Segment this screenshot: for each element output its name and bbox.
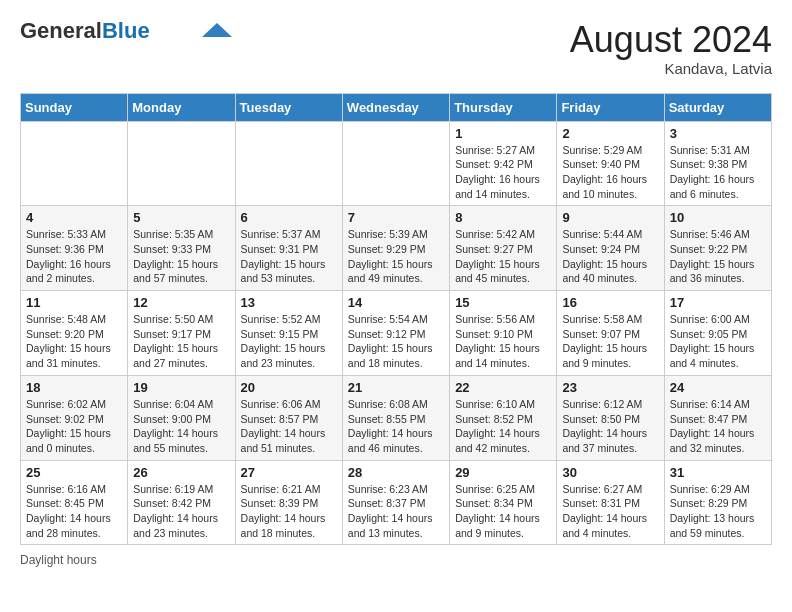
day-number: 11 (26, 295, 122, 310)
calendar-day-cell: 21Sunrise: 6:08 AM Sunset: 8:55 PM Dayli… (342, 375, 449, 460)
day-number: 14 (348, 295, 444, 310)
day-number: 25 (26, 465, 122, 480)
calendar-day-cell: 27Sunrise: 6:21 AM Sunset: 8:39 PM Dayli… (235, 460, 342, 545)
day-number: 19 (133, 380, 229, 395)
day-number: 5 (133, 210, 229, 225)
calendar-day-cell: 18Sunrise: 6:02 AM Sunset: 9:02 PM Dayli… (21, 375, 128, 460)
day-info: Sunrise: 5:50 AM Sunset: 9:17 PM Dayligh… (133, 312, 229, 371)
day-number: 8 (455, 210, 551, 225)
weekday-header-cell: Tuesday (235, 93, 342, 121)
day-info: Sunrise: 6:06 AM Sunset: 8:57 PM Dayligh… (241, 397, 337, 456)
calendar-day-cell: 9Sunrise: 5:44 AM Sunset: 9:24 PM Daylig… (557, 206, 664, 291)
calendar-week-row: 1Sunrise: 5:27 AM Sunset: 9:42 PM Daylig… (21, 121, 772, 206)
day-number: 10 (670, 210, 766, 225)
page-header: GeneralBlue August 2024 Kandava, Latvia (20, 20, 772, 77)
calendar-day-cell: 23Sunrise: 6:12 AM Sunset: 8:50 PM Dayli… (557, 375, 664, 460)
calendar-day-cell: 4Sunrise: 5:33 AM Sunset: 9:36 PM Daylig… (21, 206, 128, 291)
day-number: 7 (348, 210, 444, 225)
day-info: Sunrise: 6:27 AM Sunset: 8:31 PM Dayligh… (562, 482, 658, 541)
day-info: Sunrise: 6:00 AM Sunset: 9:05 PM Dayligh… (670, 312, 766, 371)
day-info: Sunrise: 6:21 AM Sunset: 8:39 PM Dayligh… (241, 482, 337, 541)
day-info: Sunrise: 5:33 AM Sunset: 9:36 PM Dayligh… (26, 227, 122, 286)
calendar-day-cell: 6Sunrise: 5:37 AM Sunset: 9:31 PM Daylig… (235, 206, 342, 291)
svg-marker-0 (202, 23, 232, 37)
calendar-week-row: 25Sunrise: 6:16 AM Sunset: 8:45 PM Dayli… (21, 460, 772, 545)
weekday-header-cell: Wednesday (342, 93, 449, 121)
calendar-day-cell: 17Sunrise: 6:00 AM Sunset: 9:05 PM Dayli… (664, 291, 771, 376)
calendar-day-cell (235, 121, 342, 206)
calendar-day-cell: 2Sunrise: 5:29 AM Sunset: 9:40 PM Daylig… (557, 121, 664, 206)
title-block: August 2024 Kandava, Latvia (570, 20, 772, 77)
calendar-day-cell: 16Sunrise: 5:58 AM Sunset: 9:07 PM Dayli… (557, 291, 664, 376)
day-info: Sunrise: 5:52 AM Sunset: 9:15 PM Dayligh… (241, 312, 337, 371)
day-info: Sunrise: 5:39 AM Sunset: 9:29 PM Dayligh… (348, 227, 444, 286)
calendar-day-cell: 24Sunrise: 6:14 AM Sunset: 8:47 PM Dayli… (664, 375, 771, 460)
day-number: 26 (133, 465, 229, 480)
logo-icon (202, 23, 232, 37)
day-info: Sunrise: 5:44 AM Sunset: 9:24 PM Dayligh… (562, 227, 658, 286)
day-number: 6 (241, 210, 337, 225)
day-number: 29 (455, 465, 551, 480)
day-number: 17 (670, 295, 766, 310)
day-number: 4 (26, 210, 122, 225)
day-number: 15 (455, 295, 551, 310)
day-info: Sunrise: 6:02 AM Sunset: 9:02 PM Dayligh… (26, 397, 122, 456)
calendar-day-cell (128, 121, 235, 206)
calendar-day-cell: 26Sunrise: 6:19 AM Sunset: 8:42 PM Dayli… (128, 460, 235, 545)
day-info: Sunrise: 5:35 AM Sunset: 9:33 PM Dayligh… (133, 227, 229, 286)
day-info: Sunrise: 6:19 AM Sunset: 8:42 PM Dayligh… (133, 482, 229, 541)
day-info: Sunrise: 6:08 AM Sunset: 8:55 PM Dayligh… (348, 397, 444, 456)
day-info: Sunrise: 6:25 AM Sunset: 8:34 PM Dayligh… (455, 482, 551, 541)
calendar-day-cell: 22Sunrise: 6:10 AM Sunset: 8:52 PM Dayli… (450, 375, 557, 460)
month-year-title: August 2024 (570, 20, 772, 60)
location-subtitle: Kandava, Latvia (570, 60, 772, 77)
day-info: Sunrise: 6:10 AM Sunset: 8:52 PM Dayligh… (455, 397, 551, 456)
day-number: 28 (348, 465, 444, 480)
calendar-day-cell: 12Sunrise: 5:50 AM Sunset: 9:17 PM Dayli… (128, 291, 235, 376)
calendar-day-cell: 15Sunrise: 5:56 AM Sunset: 9:10 PM Dayli… (450, 291, 557, 376)
day-number: 31 (670, 465, 766, 480)
daylight-label: Daylight hours (20, 553, 97, 567)
calendar-day-cell (21, 121, 128, 206)
calendar-day-cell: 11Sunrise: 5:48 AM Sunset: 9:20 PM Dayli… (21, 291, 128, 376)
day-number: 24 (670, 380, 766, 395)
day-number: 21 (348, 380, 444, 395)
calendar-week-row: 18Sunrise: 6:02 AM Sunset: 9:02 PM Dayli… (21, 375, 772, 460)
calendar-day-cell: 30Sunrise: 6:27 AM Sunset: 8:31 PM Dayli… (557, 460, 664, 545)
day-number: 16 (562, 295, 658, 310)
day-number: 23 (562, 380, 658, 395)
weekday-header-cell: Monday (128, 93, 235, 121)
day-number: 30 (562, 465, 658, 480)
logo: GeneralBlue (20, 20, 232, 42)
calendar-day-cell: 14Sunrise: 5:54 AM Sunset: 9:12 PM Dayli… (342, 291, 449, 376)
day-number: 13 (241, 295, 337, 310)
calendar-day-cell: 3Sunrise: 5:31 AM Sunset: 9:38 PM Daylig… (664, 121, 771, 206)
day-number: 27 (241, 465, 337, 480)
calendar-week-row: 4Sunrise: 5:33 AM Sunset: 9:36 PM Daylig… (21, 206, 772, 291)
weekday-header-cell: Thursday (450, 93, 557, 121)
day-info: Sunrise: 6:29 AM Sunset: 8:29 PM Dayligh… (670, 482, 766, 541)
day-number: 18 (26, 380, 122, 395)
calendar-day-cell: 13Sunrise: 5:52 AM Sunset: 9:15 PM Dayli… (235, 291, 342, 376)
calendar-day-cell: 8Sunrise: 5:42 AM Sunset: 9:27 PM Daylig… (450, 206, 557, 291)
calendar-header-row: SundayMondayTuesdayWednesdayThursdayFrid… (21, 93, 772, 121)
day-number: 12 (133, 295, 229, 310)
day-info: Sunrise: 6:23 AM Sunset: 8:37 PM Dayligh… (348, 482, 444, 541)
day-number: 20 (241, 380, 337, 395)
calendar-day-cell: 29Sunrise: 6:25 AM Sunset: 8:34 PM Dayli… (450, 460, 557, 545)
day-info: Sunrise: 5:48 AM Sunset: 9:20 PM Dayligh… (26, 312, 122, 371)
day-info: Sunrise: 5:46 AM Sunset: 9:22 PM Dayligh… (670, 227, 766, 286)
day-number: 2 (562, 126, 658, 141)
day-info: Sunrise: 5:37 AM Sunset: 9:31 PM Dayligh… (241, 227, 337, 286)
calendar-day-cell: 25Sunrise: 6:16 AM Sunset: 8:45 PM Dayli… (21, 460, 128, 545)
day-info: Sunrise: 6:14 AM Sunset: 8:47 PM Dayligh… (670, 397, 766, 456)
day-info: Sunrise: 5:31 AM Sunset: 9:38 PM Dayligh… (670, 143, 766, 202)
day-info: Sunrise: 6:04 AM Sunset: 9:00 PM Dayligh… (133, 397, 229, 456)
weekday-header-cell: Saturday (664, 93, 771, 121)
calendar-day-cell: 28Sunrise: 6:23 AM Sunset: 8:37 PM Dayli… (342, 460, 449, 545)
calendar-day-cell: 10Sunrise: 5:46 AM Sunset: 9:22 PM Dayli… (664, 206, 771, 291)
calendar-day-cell: 1Sunrise: 5:27 AM Sunset: 9:42 PM Daylig… (450, 121, 557, 206)
day-info: Sunrise: 5:29 AM Sunset: 9:40 PM Dayligh… (562, 143, 658, 202)
day-number: 22 (455, 380, 551, 395)
day-info: Sunrise: 5:54 AM Sunset: 9:12 PM Dayligh… (348, 312, 444, 371)
